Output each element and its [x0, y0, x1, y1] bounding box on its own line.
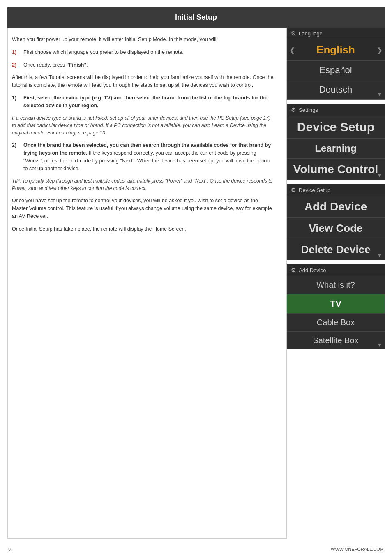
- settings-item-volume-control[interactable]: Volume Control ▼: [287, 158, 385, 180]
- gear-icon-add-device: ⚙: [291, 267, 296, 273]
- page-wrapper: Initial Setup When you first power up yo…: [0, 0, 392, 555]
- arrow-down-icon-add-device: ▼: [377, 342, 382, 348]
- italic-note: If a certain device type or brand is not…: [12, 114, 274, 136]
- add-device-item-what[interactable]: What is it?: [287, 276, 385, 294]
- add-device-panel-title: Add Device: [299, 267, 326, 273]
- title-bar: Initial Setup: [7, 7, 385, 28]
- arrow-down-icon-device: ▼: [377, 253, 382, 259]
- main-content: When you first power up your remote, it …: [0, 28, 392, 555]
- arrow-left-icon: ❮: [289, 46, 295, 54]
- language-panel: ⚙ Language ❮ English ❯ Español Deutsch ▼: [287, 28, 385, 100]
- settings-item-learning[interactable]: Learning: [287, 138, 385, 158]
- tip-text: TIP: To quickly step through and test mu…: [12, 177, 274, 192]
- add-device-panel-header: ⚙ Add Device: [287, 264, 385, 276]
- arrow-down-icon: ▼: [377, 92, 382, 97]
- bold-step-2-num: 2): [12, 141, 23, 172]
- step-1: 1) First choose which language you prefe…: [12, 49, 274, 56]
- device-setup-item-add[interactable]: Add Device: [287, 196, 385, 217]
- add-device-item-tv[interactable]: TV: [287, 294, 385, 313]
- device-setup-panel-header: ⚙ Device Setup: [287, 184, 385, 196]
- gear-icon-language: ⚙: [291, 30, 296, 37]
- language-deutsch-label: Deutsch: [319, 84, 353, 95]
- bold-step-2-text: Once the brand has been selected, you ca…: [23, 141, 274, 172]
- bold-step-1-num: 1): [12, 94, 23, 110]
- home-screen-note: Once Initial Setup has taken place, the …: [12, 225, 274, 233]
- page-number: 8: [8, 547, 11, 552]
- step-2-num: 2): [12, 61, 23, 69]
- settings-panel-title: Settings: [299, 107, 318, 113]
- page-title: Initial Setup: [16, 13, 376, 22]
- language-panel-title: Language: [299, 30, 323, 37]
- step-1-num: 1): [12, 49, 23, 56]
- settings-item-device-setup[interactable]: Device Setup: [287, 116, 385, 138]
- bold-step-1-text: First, select the device type (e.g. TV) …: [23, 94, 274, 110]
- tutorial-note: After this, a few Tutorial screens will …: [12, 74, 274, 89]
- arrow-down-icon-settings: ▼: [377, 173, 382, 178]
- add-device-item-satellite[interactable]: Satellite Box ▼: [287, 331, 385, 349]
- language-espanol-label: Español: [319, 65, 352, 75]
- step-1-text: First choose which language you prefer t…: [23, 49, 184, 56]
- language-english-label: English: [316, 44, 355, 56]
- intro-text: When you first power up your remote, it …: [12, 36, 274, 44]
- gear-icon-device-setup: ⚙: [291, 187, 296, 193]
- language-item-english[interactable]: ❮ English ❯: [287, 39, 385, 60]
- language-item-deutsch[interactable]: Deutsch ▼: [287, 80, 385, 99]
- bold-step-2: 2) Once the brand has been selected, you…: [12, 141, 274, 172]
- step-2: 2) Once ready, press "Finish".: [12, 61, 274, 69]
- language-panel-header: ⚙ Language: [287, 28, 385, 39]
- gear-icon-settings: ⚙: [291, 106, 296, 113]
- device-setup-panel-title: Device Setup: [299, 187, 330, 193]
- right-column: ⚙ Language ❮ English ❯ Español Deutsch ▼: [287, 28, 385, 539]
- arrow-right-icon: ❯: [377, 46, 382, 54]
- settings-panel-header: ⚙ Settings: [287, 104, 385, 116]
- device-setup-panel: ⚙ Device Setup Add Device View Code Dele…: [287, 184, 385, 260]
- website-url: WWW.ONEFORALL.COM: [331, 547, 384, 552]
- language-item-espanol[interactable]: Español: [287, 60, 385, 80]
- master-volume-note: Once you have set up the remote to contr…: [12, 197, 274, 220]
- add-device-panel: ⚙ Add Device What is it? TV Cable Box Sa…: [287, 264, 385, 349]
- settings-panel: ⚙ Settings Device Setup Learning Volume …: [287, 104, 385, 180]
- add-device-item-cable[interactable]: Cable Box: [287, 313, 385, 331]
- device-setup-item-view[interactable]: View Code: [287, 217, 385, 239]
- left-column: When you first power up your remote, it …: [7, 28, 287, 539]
- bold-step-1: 1) First, select the device type (e.g. T…: [12, 94, 274, 110]
- step-2-text: Once ready, press "Finish".: [23, 61, 88, 69]
- page-footer: 8 WWW.ONEFORALL.COM: [0, 543, 392, 555]
- device-setup-item-delete[interactable]: Delete Device ▼: [287, 239, 385, 260]
